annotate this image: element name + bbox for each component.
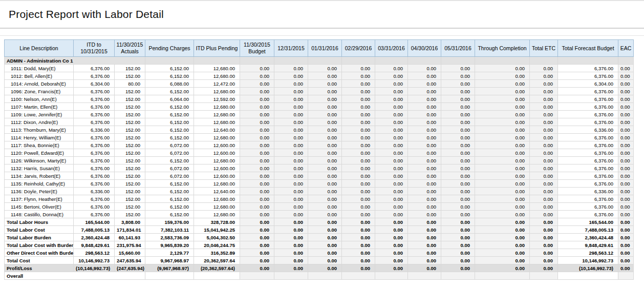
- value-cell: 0.00: [618, 95, 634, 103]
- value-cell: 0.00: [618, 88, 634, 95]
- value-cell: 0.00: [618, 111, 634, 118]
- value-cell: 0.00: [530, 126, 558, 134]
- value-cell: 0.00: [308, 188, 342, 195]
- value-cell: 0.00: [408, 164, 441, 172]
- value-cell: 6,152.00: [145, 203, 194, 211]
- value-cell: 6,376.00: [558, 164, 618, 172]
- value-cell: 0.00: [441, 226, 475, 234]
- value-cell: 0.00: [375, 234, 408, 241]
- value-cell: 0.00: [308, 172, 342, 180]
- value-cell: 0.00: [441, 203, 475, 211]
- value-cell: 0.00: [240, 218, 274, 226]
- value-cell: 6,336.00: [74, 188, 115, 195]
- value-cell: 0.00: [530, 195, 558, 203]
- value-cell: 0.00: [308, 257, 342, 264]
- empty-cell: [441, 57, 475, 65]
- value-cell: 0.00: [342, 249, 375, 257]
- line-description-cell: 1132: Harris, Susan(E): [5, 164, 74, 172]
- employee-row: 1135: Reinhold, Cathy(E)6,376.00152.006,…: [5, 180, 634, 188]
- employee-row: 1132: Harris, Susan(E)6,376.00152.006,07…: [5, 164, 634, 172]
- value-cell: 0.00: [441, 241, 475, 249]
- line-description-cell: 1100: Nelson, Ann(E): [5, 95, 74, 103]
- value-cell: 6,088.00: [145, 80, 194, 88]
- value-cell: 0.00: [475, 157, 530, 164]
- employee-row: 1113: Thornburn, Mary(E)6,336.00152.006,…: [5, 126, 634, 134]
- empty-cell: [342, 272, 375, 280]
- line-description-cell: Total Cost: [5, 257, 74, 264]
- value-cell: 0.00: [408, 95, 441, 103]
- value-cell: 9,965,839.20: [145, 241, 194, 249]
- value-cell: 0.00: [618, 180, 634, 188]
- line-description-cell: Profit/Loss: [5, 264, 74, 272]
- value-cell: 0.00: [375, 180, 408, 188]
- value-cell: 6,072.00: [145, 141, 194, 149]
- empty-cell: [308, 272, 342, 280]
- value-cell: 0.00: [308, 249, 342, 257]
- value-cell: 0.00: [308, 157, 342, 164]
- value-cell: 6,376.00: [558, 141, 618, 149]
- value-cell: 0.00: [308, 149, 342, 157]
- value-cell: 0.00: [441, 103, 475, 111]
- value-cell: 0.00: [408, 126, 441, 134]
- value-cell: 0.00: [441, 65, 475, 72]
- overall-row: Overall: [5, 272, 634, 280]
- value-cell: 0.00: [530, 226, 558, 234]
- value-cell: 0.00: [274, 241, 308, 249]
- value-cell: 6,376.00: [74, 141, 115, 149]
- value-cell: 6,072.00: [145, 172, 194, 180]
- value-cell: 0.00: [475, 264, 530, 272]
- value-cell: 0.00: [408, 249, 441, 257]
- value-cell: 0.00: [342, 149, 375, 157]
- value-cell: 6,376.00: [558, 111, 618, 118]
- value-cell: 0.00: [408, 134, 441, 141]
- value-cell: 6,336.00: [558, 126, 618, 134]
- value-cell: 0.00: [375, 172, 408, 180]
- group-row: ADMIN - Administration Co 1: [5, 57, 634, 65]
- value-cell: 152.00: [115, 180, 145, 188]
- employee-row: 1137: Flynn, Heather(E)6,376.00152.006,1…: [5, 195, 634, 203]
- value-cell: 0.00: [274, 164, 308, 172]
- value-cell: 0.00: [375, 241, 408, 249]
- value-cell: 0.00: [441, 149, 475, 157]
- value-cell: 3,808.00: [115, 218, 145, 226]
- value-cell: 231,975.94: [115, 241, 145, 249]
- employee-row: 1112: Dixon, Andre(E)6,376.00152.006,152…: [5, 118, 634, 126]
- empty-cell: [274, 57, 308, 65]
- value-cell: 6,376.00: [74, 88, 115, 95]
- value-cell: 0.00: [375, 149, 408, 157]
- empty-cell: [408, 57, 441, 65]
- value-cell: 0.00: [274, 180, 308, 188]
- value-cell: 0.00: [441, 141, 475, 149]
- empty-cell: [145, 272, 194, 280]
- value-cell: 12,680.00: [194, 72, 240, 80]
- value-cell: 0.00: [441, 72, 475, 80]
- value-cell: 10,146,992.73: [74, 257, 115, 264]
- value-cell: 0.00: [618, 72, 634, 80]
- column-header: Line Description: [5, 40, 74, 57]
- value-cell: 12,600.00: [194, 164, 240, 172]
- value-cell: 152.00: [115, 203, 145, 211]
- line-description-cell: 1113: Thornburn, Mary(E): [5, 126, 74, 134]
- value-cell: 0.00: [342, 188, 375, 195]
- column-header: 05/31/2016: [441, 40, 475, 57]
- value-cell: 12,592.00: [194, 95, 240, 103]
- employee-row: 1145: Bertoni, Oliver(E)6,376.00152.006,…: [5, 203, 634, 211]
- value-cell: 0.00: [342, 195, 375, 203]
- column-header: 11/30/2015 Actuals: [115, 40, 145, 57]
- value-cell: 152.00: [115, 211, 145, 218]
- value-cell: 6,152.00: [145, 195, 194, 203]
- employee-row: 1011: Dodd, Mary(E)6,376.00152.006,152.0…: [5, 65, 634, 72]
- value-cell: 0.00: [375, 126, 408, 134]
- value-cell: 0.00: [618, 241, 634, 249]
- value-cell: 316,352.89: [194, 249, 240, 257]
- value-cell: 0.00: [441, 80, 475, 88]
- value-cell: 6,376.00: [74, 164, 115, 172]
- value-cell: 0.00: [342, 218, 375, 226]
- value-cell: 0.00: [308, 103, 342, 111]
- value-cell: 6,064.00: [145, 95, 194, 103]
- value-cell: 0.00: [475, 134, 530, 141]
- value-cell: 12,680.00: [194, 118, 240, 126]
- value-cell: 0.00: [441, 134, 475, 141]
- value-cell: 152.00: [115, 88, 145, 95]
- value-cell: 0.00: [274, 195, 308, 203]
